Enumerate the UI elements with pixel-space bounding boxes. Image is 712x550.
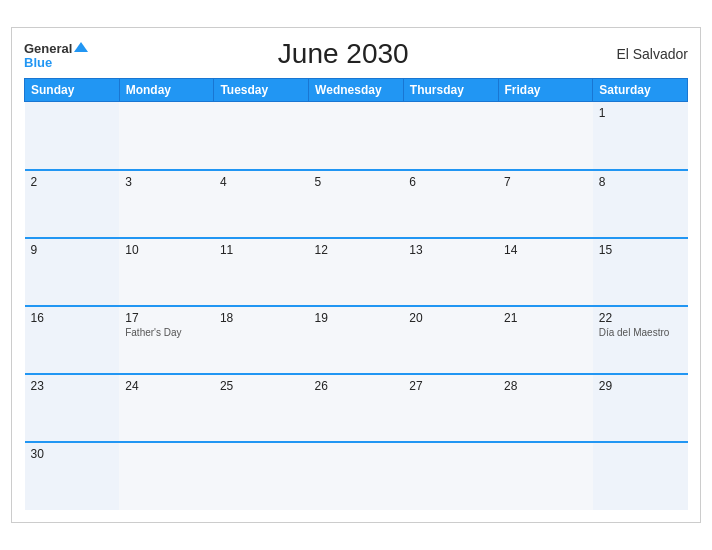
weekday-header-monday: Monday	[119, 79, 214, 102]
calendar-cell: 25	[214, 374, 309, 442]
day-number: 3	[125, 175, 208, 189]
logo-triangle-icon	[74, 42, 88, 52]
day-number: 4	[220, 175, 303, 189]
calendar-header: General Blue June 2030 El Salvador	[24, 38, 688, 70]
calendar-country: El Salvador	[598, 46, 688, 62]
calendar-cell: 1	[593, 102, 688, 170]
calendar-cell: 2	[25, 170, 120, 238]
calendar-cell: 16	[25, 306, 120, 374]
day-number: 8	[599, 175, 682, 189]
calendar-container: General Blue June 2030 El Salvador Sunda…	[11, 27, 701, 523]
weekday-header-friday: Friday	[498, 79, 593, 102]
holiday-label: Día del Maestro	[599, 327, 682, 338]
calendar-cell	[593, 442, 688, 510]
day-number: 29	[599, 379, 682, 393]
day-number: 24	[125, 379, 208, 393]
calendar-cell: 10	[119, 238, 214, 306]
weekday-header-tuesday: Tuesday	[214, 79, 309, 102]
calendar-cell: 9	[25, 238, 120, 306]
calendar-cell	[309, 102, 404, 170]
day-number: 25	[220, 379, 303, 393]
calendar-cell: 11	[214, 238, 309, 306]
day-number: 11	[220, 243, 303, 257]
day-number: 22	[599, 311, 682, 325]
calendar-cell	[498, 442, 593, 510]
calendar-cell: 19	[309, 306, 404, 374]
logo-blue-text: Blue	[24, 56, 88, 69]
day-number: 5	[315, 175, 398, 189]
logo-general-text: General	[24, 40, 88, 56]
calendar-cell	[25, 102, 120, 170]
week-row-2: 9101112131415	[25, 238, 688, 306]
calendar-cell: 8	[593, 170, 688, 238]
calendar-cell	[403, 102, 498, 170]
day-number: 21	[504, 311, 587, 325]
week-row-3: 1617Father's Day1819202122Día del Maestr…	[25, 306, 688, 374]
day-number: 19	[315, 311, 398, 325]
day-number: 27	[409, 379, 492, 393]
calendar-cell: 18	[214, 306, 309, 374]
calendar-cell	[498, 102, 593, 170]
weekday-header-saturday: Saturday	[593, 79, 688, 102]
calendar-cell: 27	[403, 374, 498, 442]
calendar-cell	[214, 102, 309, 170]
calendar-cell	[403, 442, 498, 510]
day-number: 13	[409, 243, 492, 257]
calendar-cell	[119, 102, 214, 170]
day-number: 18	[220, 311, 303, 325]
day-number: 1	[599, 106, 682, 120]
day-number: 23	[31, 379, 114, 393]
calendar-cell: 28	[498, 374, 593, 442]
calendar-cell: 4	[214, 170, 309, 238]
calendar-cell: 5	[309, 170, 404, 238]
week-row-1: 2345678	[25, 170, 688, 238]
calendar-cell: 24	[119, 374, 214, 442]
calendar-cell: 17Father's Day	[119, 306, 214, 374]
day-number: 20	[409, 311, 492, 325]
calendar-cell: 13	[403, 238, 498, 306]
calendar-title: June 2030	[88, 38, 598, 70]
logo: General Blue	[24, 40, 88, 69]
weekday-header-thursday: Thursday	[403, 79, 498, 102]
calendar-cell: 12	[309, 238, 404, 306]
calendar-cell: 22Día del Maestro	[593, 306, 688, 374]
day-number: 6	[409, 175, 492, 189]
day-number: 9	[31, 243, 114, 257]
weekday-header-row: SundayMondayTuesdayWednesdayThursdayFrid…	[25, 79, 688, 102]
calendar-cell	[309, 442, 404, 510]
weekday-header-wednesday: Wednesday	[309, 79, 404, 102]
week-row-0: 1	[25, 102, 688, 170]
calendar-cell: 3	[119, 170, 214, 238]
calendar-cell: 20	[403, 306, 498, 374]
calendar-cell: 14	[498, 238, 593, 306]
calendar-cell: 29	[593, 374, 688, 442]
day-number: 16	[31, 311, 114, 325]
week-row-4: 23242526272829	[25, 374, 688, 442]
week-row-5: 30	[25, 442, 688, 510]
day-number: 15	[599, 243, 682, 257]
calendar-cell	[214, 442, 309, 510]
day-number: 10	[125, 243, 208, 257]
calendar-cell	[119, 442, 214, 510]
day-number: 14	[504, 243, 587, 257]
day-number: 17	[125, 311, 208, 325]
calendar-cell: 23	[25, 374, 120, 442]
holiday-label: Father's Day	[125, 327, 208, 338]
calendar-cell: 7	[498, 170, 593, 238]
calendar-cell: 6	[403, 170, 498, 238]
calendar-cell: 26	[309, 374, 404, 442]
calendar-cell: 21	[498, 306, 593, 374]
calendar-cell: 30	[25, 442, 120, 510]
day-number: 30	[31, 447, 114, 461]
calendar-cell: 15	[593, 238, 688, 306]
day-number: 12	[315, 243, 398, 257]
calendar-grid: SundayMondayTuesdayWednesdayThursdayFrid…	[24, 78, 688, 510]
day-number: 28	[504, 379, 587, 393]
weekday-header-sunday: Sunday	[25, 79, 120, 102]
day-number: 26	[315, 379, 398, 393]
day-number: 7	[504, 175, 587, 189]
day-number: 2	[31, 175, 114, 189]
